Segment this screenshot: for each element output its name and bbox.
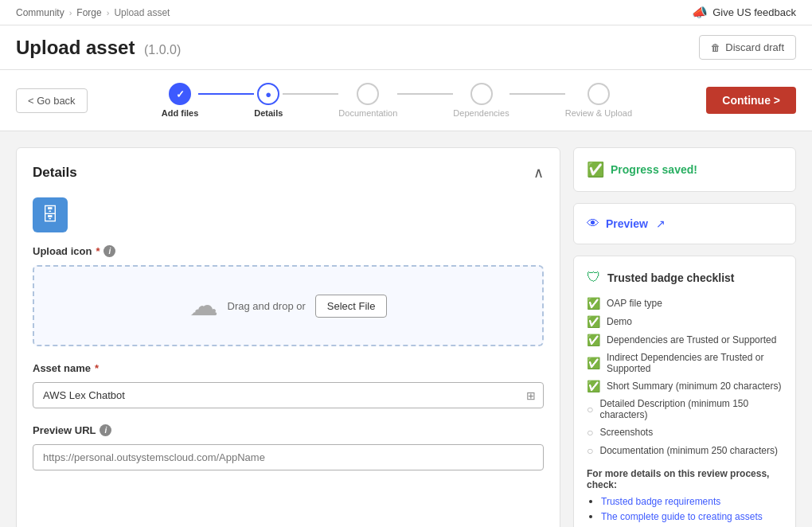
- shield-icon: 🛡: [587, 269, 601, 286]
- breadcrumb-forge[interactable]: Forge: [76, 7, 101, 18]
- details-panel: Details ∧ 🗄 Upload icon * i ☁ Drag and d…: [16, 147, 560, 527]
- breadcrumb-sep1: ›: [69, 8, 72, 18]
- dropzone-text: Drag and drop or: [228, 300, 306, 312]
- asset-name-input[interactable]: [33, 382, 544, 408]
- dropzone[interactable]: ☁ Drag and drop or Select File: [33, 265, 544, 346]
- preview-url-field: Preview URL i: [33, 424, 544, 470]
- step-label-dependencies: Dependencies: [453, 108, 509, 118]
- step-label-documentation: Documentation: [338, 108, 397, 118]
- connector-2: [283, 93, 338, 95]
- step-label-details: Details: [254, 108, 283, 118]
- asset-name-wrapper: ⊞: [33, 382, 544, 408]
- badge-checklist-card: 🛡 Trusted badge checklist ✅OAP file type…: [573, 256, 796, 527]
- connector-4: [509, 93, 565, 95]
- checklist-item: ✅Dependencies are Trusted or Supported: [587, 334, 783, 346]
- step-circle-documentation: [357, 83, 379, 105]
- page-title: Upload asset: [16, 37, 135, 58]
- breadcrumb-current: Upload asset: [114, 7, 170, 18]
- wizard-step-documentation: Documentation: [338, 83, 397, 118]
- text-input-icon: ⊞: [526, 389, 536, 402]
- main-content: Details ∧ 🗄 Upload icon * i ☁ Drag and d…: [0, 131, 812, 527]
- progress-saved-text: Progress saved!: [611, 163, 697, 176]
- step-label-review: Review & Upload: [565, 108, 632, 118]
- page-title-area: Upload asset (1.0.0): [16, 37, 181, 59]
- feedback-label: Give US feedback: [712, 6, 796, 18]
- discard-draft-button[interactable]: 🗑 Discard draft: [699, 35, 796, 60]
- badge-links: Trusted badge requirements The complete …: [587, 495, 783, 522]
- progress-saved-card: ✅ Progress saved!: [573, 147, 796, 192]
- external-link-icon: ↗: [656, 217, 666, 230]
- discard-label: Discard draft: [725, 41, 784, 53]
- upload-icon-info[interactable]: i: [103, 245, 115, 257]
- wizard-step-add-files: ✓ Add files: [162, 83, 198, 118]
- badge-title: Trusted badge checklist: [607, 271, 735, 284]
- checklist-item-text: Dependencies are Trusted or Supported: [607, 334, 776, 345]
- checklist-items: ✅OAP file type✅Demo✅Dependencies are Tru…: [587, 297, 783, 457]
- upload-icon-label: Upload icon * i: [33, 245, 544, 257]
- check-green-icon: ✅: [587, 334, 600, 346]
- step-label-add-files: Add files: [162, 108, 198, 118]
- step-circle-review: [588, 83, 610, 105]
- wizard-bar: < Go back ✓ Add files ● Details Document…: [0, 70, 812, 131]
- eye-icon: 👁: [587, 217, 599, 231]
- check-green-icon: ✅: [587, 315, 600, 328]
- upload-cloud-icon: ☁: [189, 289, 218, 322]
- trusted-badge-requirements-link[interactable]: Trusted badge requirements: [601, 496, 720, 507]
- progress-check-icon: ✅: [587, 161, 604, 178]
- checklist-item: ✅OAP file type: [587, 297, 783, 310]
- preview-link[interactable]: Preview: [606, 217, 648, 230]
- badge-link-item-1: Trusted badge requirements: [601, 495, 783, 507]
- checklist-item: ✅Short Summary (minimum 20 characters): [587, 380, 783, 392]
- asset-name-label: Asset name *: [33, 362, 544, 374]
- preview-url-label: Preview URL i: [33, 424, 544, 436]
- megaphone-icon: 📣: [692, 5, 708, 20]
- icon-preview-box: 🗄: [33, 197, 68, 232]
- check-gray-icon: ○: [587, 444, 593, 457]
- checklist-item-text: Short Summary (minimum 20 characters): [607, 381, 781, 392]
- checklist-item: ○Documentation (minimum 250 characters): [587, 444, 783, 457]
- preview-url-info[interactable]: i: [100, 424, 111, 436]
- feedback-button[interactable]: 📣 Give US feedback: [692, 5, 796, 20]
- checklist-item-text: Screenshots: [599, 427, 653, 438]
- checklist-item-text: OAP file type: [607, 298, 662, 309]
- complete-guide-link[interactable]: The complete guide to creating assets: [601, 511, 763, 522]
- select-file-button[interactable]: Select File: [315, 295, 388, 318]
- preview-url-input[interactable]: [33, 444, 544, 470]
- wizard-step-dependencies: Dependencies: [453, 83, 509, 118]
- go-back-button[interactable]: < Go back: [16, 88, 88, 113]
- breadcrumb-community[interactable]: Community: [16, 7, 64, 18]
- checklist-item-text: Detailed Description (minimum 150 charac…: [599, 398, 783, 420]
- required-marker: *: [96, 245, 100, 257]
- upload-icon-preview: 🗄: [33, 197, 544, 232]
- check-gray-icon: ○: [587, 403, 593, 416]
- collapse-icon[interactable]: ∧: [533, 164, 544, 182]
- asset-name-field: Asset name * ⊞: [33, 362, 544, 408]
- wizard-step-details: ● Details: [254, 83, 283, 118]
- asset-name-required: *: [95, 362, 99, 374]
- checklist-item-text: Documentation (minimum 250 characters): [599, 445, 777, 456]
- wizard-steps: ✓ Add files ● Details Documentation Depe…: [88, 83, 707, 118]
- top-bar: Community › Forge › Upload asset 📣 Give …: [0, 0, 812, 25]
- check-green-icon: ✅: [587, 357, 600, 369]
- connector-1: [198, 93, 254, 95]
- preview-card: 👁 Preview ↗: [573, 203, 796, 244]
- header-bar: Upload asset (1.0.0) 🗑 Discard draft: [0, 25, 812, 70]
- breadcrumb-sep2: ›: [107, 8, 110, 18]
- panel-header: Details ∧: [33, 164, 544, 182]
- upload-icon-field: Upload icon * i ☁ Drag and drop or Selec…: [33, 245, 544, 346]
- checklist-item: ✅Demo: [587, 315, 783, 328]
- checklist-item: ✅Indirect Dependencies are Trusted or Su…: [587, 352, 783, 374]
- continue-button[interactable]: Continue >: [706, 87, 796, 114]
- checklist-item-text: Demo: [607, 316, 632, 327]
- sidebar-panel: ✅ Progress saved! 👁 Preview ↗ 🛡 Trusted …: [573, 147, 796, 527]
- connector-3: [397, 93, 453, 95]
- breadcrumb: Community › Forge › Upload asset: [16, 7, 170, 18]
- badge-header: 🛡 Trusted badge checklist: [587, 269, 783, 286]
- step-circle-details: ●: [257, 83, 279, 105]
- checklist-item-text: Indirect Dependencies are Trusted or Sup…: [607, 352, 783, 374]
- step-circle-dependencies: [470, 83, 493, 105]
- check-green-icon: ✅: [587, 297, 600, 310]
- trash-icon: 🗑: [711, 42, 720, 53]
- checklist-item: ○Detailed Description (minimum 150 chara…: [587, 398, 783, 420]
- checklist-item: ○Screenshots: [587, 426, 783, 439]
